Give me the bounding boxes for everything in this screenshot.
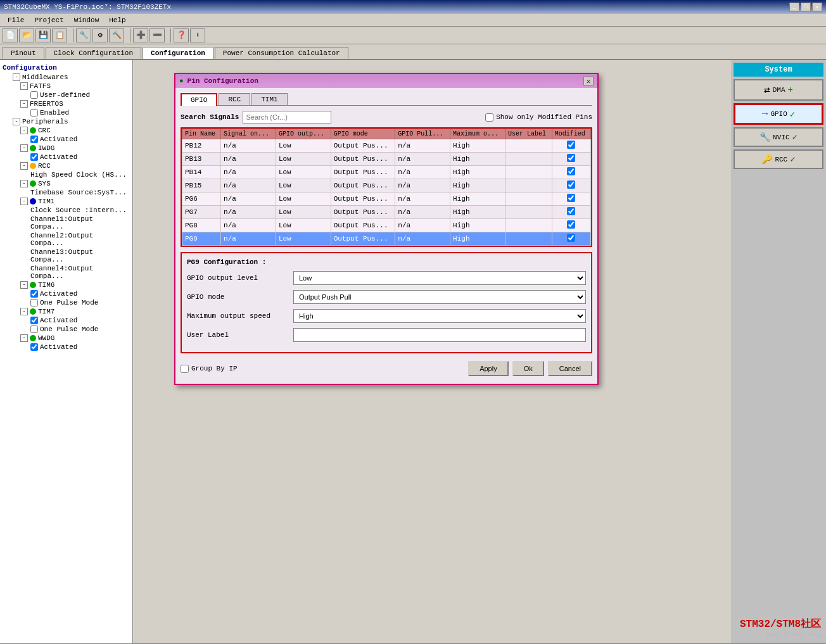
tab-clock[interactable]: Clock Configuration xyxy=(46,47,141,59)
tab-power[interactable]: Power Consumption Calculator xyxy=(215,47,348,59)
search-input[interactable] xyxy=(243,111,331,123)
tree-crc-activated[interactable]: Activated xyxy=(3,135,130,144)
expand-peripherals[interactable]: - xyxy=(13,118,20,125)
expand-tim7[interactable]: - xyxy=(20,308,28,315)
tree-tim1-ch3[interactable]: Channel3:Output Compa... xyxy=(3,248,130,264)
expand-wwdg[interactable]: - xyxy=(20,334,28,342)
expand-tim6[interactable]: - xyxy=(20,281,28,289)
maximize-btn[interactable]: □ xyxy=(801,3,811,11)
table-row[interactable]: PB15 n/a Low Output Pus... n/a High xyxy=(182,179,591,193)
tree-tim1-ch4[interactable]: Channel4:Output Compa... xyxy=(3,264,130,281)
tree-rcc-hsc[interactable]: High Speed Clock (HS... xyxy=(3,170,130,179)
tim7-status-icon xyxy=(30,308,36,315)
expand-crc[interactable]: - xyxy=(20,127,28,134)
dialog-close-btn[interactable]: ✕ xyxy=(583,77,594,85)
table-row[interactable]: PG9 n/a Low Output Pus... n/a High xyxy=(182,232,591,246)
expand-iwdg[interactable]: - xyxy=(20,144,28,152)
menu-file[interactable]: File xyxy=(3,15,29,25)
expand-middlewares[interactable]: - xyxy=(13,73,20,81)
tree-tim7[interactable]: - TIM7 xyxy=(3,307,130,316)
tree-middlewares[interactable]: - Middlewares xyxy=(3,73,130,82)
toolbar-btn6[interactable]: ⚙ xyxy=(92,28,108,42)
tree-iwdg[interactable]: - IWDG xyxy=(3,144,130,153)
toolbar-btn5[interactable]: 🔧 xyxy=(76,28,91,42)
table-row[interactable]: PB14 n/a Low Output Pus... n/a High xyxy=(182,166,591,179)
dma-button[interactable]: ⇄ DMA + xyxy=(734,79,823,101)
expand-sys[interactable]: - xyxy=(20,180,28,187)
dialog-tab-rcc[interactable]: RCC xyxy=(219,93,250,105)
tree-wwdg-activated[interactable]: Activated xyxy=(3,343,130,351)
expand-tim1[interactable]: - xyxy=(20,198,28,205)
expand-freertos[interactable]: - xyxy=(20,100,28,108)
expand-rcc[interactable]: - xyxy=(20,162,28,170)
apply-button[interactable]: Apply xyxy=(468,361,509,376)
tree-tim7-opm[interactable]: One Pulse Mode xyxy=(3,325,130,334)
tree-rcc[interactable]: - RCC xyxy=(3,161,130,170)
ok-button[interactable]: Ok xyxy=(512,361,544,376)
table-row[interactable]: PG7 n/a Low Output Pus... n/a High xyxy=(182,206,591,219)
toolbar-save[interactable]: 💾 xyxy=(35,28,51,42)
tree-tim1-ch1[interactable]: Channel1:Output Compa... xyxy=(3,215,130,231)
nvic-button[interactable]: 🔧 NVIC ✓ xyxy=(734,127,823,147)
show-modified-label[interactable]: Show only Modified Pins xyxy=(485,113,592,122)
tab-pinout[interactable]: Pinout xyxy=(3,47,44,59)
group-by-ip-label[interactable]: Group By IP xyxy=(181,365,238,373)
toolbar-btn8[interactable]: ➕ xyxy=(133,28,148,42)
group-by-ip-check[interactable] xyxy=(181,365,189,373)
toolbar-generate[interactable]: ⬇ xyxy=(190,28,205,42)
crc-activated-check[interactable] xyxy=(30,136,38,143)
toolbar-btn7[interactable]: 🔨 xyxy=(109,28,124,42)
toolbar-open[interactable]: 📂 xyxy=(19,28,34,42)
tree-tim6-activated[interactable]: Activated xyxy=(3,289,130,298)
toolbar-saveas[interactable]: 📋 xyxy=(52,28,67,42)
table-row[interactable]: PG6 n/a Low Output Pus... n/a High xyxy=(182,193,591,206)
tree-tim1[interactable]: - TIM1 xyxy=(3,197,130,206)
table-row[interactable]: PB13 n/a Low Output Pus... n/a High xyxy=(182,153,591,166)
table-row[interactable]: PG8 n/a Low Output Pus... n/a High xyxy=(182,219,591,232)
tree-tim6-opm[interactable]: One Pulse Mode xyxy=(3,298,130,307)
dialog-tab-gpio[interactable]: GPIO xyxy=(181,93,217,106)
tree-sys[interactable]: - SYS xyxy=(3,179,130,188)
tree-tim7-activated[interactable]: Activated xyxy=(3,316,130,325)
menu-help[interactable]: Help xyxy=(104,15,130,25)
user-defined-check[interactable] xyxy=(30,91,38,99)
user-label-input[interactable] xyxy=(293,328,586,342)
tim6-activated-check[interactable] xyxy=(30,290,38,298)
toolbar-btn9[interactable]: ➖ xyxy=(149,28,165,42)
menu-project[interactable]: Project xyxy=(29,15,68,25)
wwdg-activated-check[interactable] xyxy=(30,343,38,351)
enabled-check[interactable] xyxy=(30,109,38,117)
max-speed-select[interactable]: Low Medium High xyxy=(293,309,586,323)
cancel-button[interactable]: Cancel xyxy=(548,361,592,376)
iwdg-activated-check[interactable] xyxy=(30,153,38,161)
tim7-opm-check[interactable] xyxy=(30,325,38,333)
dialog-tab-tim1[interactable]: TIM1 xyxy=(251,93,287,105)
output-level-select[interactable]: Low High xyxy=(293,271,586,285)
minimize-btn[interactable]: _ xyxy=(789,3,799,11)
gpio-button[interactable]: → GPIO ✓ xyxy=(734,103,823,125)
tree-fatfs[interactable]: - FATFS xyxy=(3,82,130,91)
rcc-button[interactable]: 🔑 RCC ✓ xyxy=(734,149,823,169)
tree-sys-timebase[interactable]: Timebase Source:SysT... xyxy=(3,188,130,197)
menu-window[interactable]: Window xyxy=(69,15,105,25)
tree-user-defined[interactable]: User-defined xyxy=(3,91,130,99)
tree-tim6[interactable]: - TIM6 xyxy=(3,281,130,289)
tree-peripherals[interactable]: - Peripherals xyxy=(3,117,130,126)
gpio-mode-select[interactable]: Output Push Pull Output Open Drain xyxy=(293,290,586,304)
close-btn[interactable]: ✕ xyxy=(812,3,822,11)
toolbar-new[interactable]: 📄 xyxy=(3,28,18,42)
expand-fatfs[interactable]: - xyxy=(20,82,28,90)
toolbar-help[interactable]: ❓ xyxy=(174,28,189,42)
show-modified-check[interactable] xyxy=(485,113,493,122)
tree-iwdg-activated[interactable]: Activated xyxy=(3,153,130,161)
tim6-opm-check[interactable] xyxy=(30,299,38,306)
tree-enabled[interactable]: Enabled xyxy=(3,108,130,117)
tab-configuration[interactable]: Configuration xyxy=(143,47,213,59)
table-row[interactable]: PB12 n/a Low Output Pus... n/a High xyxy=(182,139,591,153)
tree-crc[interactable]: - CRC xyxy=(3,126,130,135)
tree-tim1-clock[interactable]: Clock Source :Intern... xyxy=(3,206,130,215)
tree-wwdg[interactable]: - WWDG xyxy=(3,334,130,343)
tim7-activated-check[interactable] xyxy=(30,317,38,324)
tree-freertos[interactable]: - FREERTOS xyxy=(3,99,130,108)
tree-tim1-ch2[interactable]: Channel2:Output Compa... xyxy=(3,231,130,248)
